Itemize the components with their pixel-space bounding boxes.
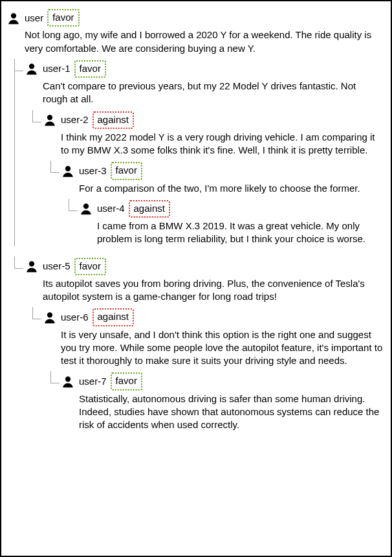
stance-badge: against xyxy=(129,200,170,218)
user-avatar-icon xyxy=(25,259,39,273)
stance-badge: favor xyxy=(74,60,106,78)
user-name: user-1 xyxy=(43,62,71,75)
conversation-frame: user favor Not long ago, my wife and I b… xyxy=(0,0,392,557)
user-name: user xyxy=(25,12,43,25)
user-avatar-icon xyxy=(43,310,57,324)
stance-badge: favor xyxy=(47,9,79,27)
comment-node: user favor Not long ago, my wife and I b… xyxy=(6,8,383,431)
comment-body: It is very unsafe, and I don't think thi… xyxy=(61,328,383,368)
svg-point-0 xyxy=(11,13,16,18)
comment-node: user-5 favor Its autopilot saves you fro… xyxy=(25,256,383,432)
comment-header: user favor xyxy=(6,9,383,27)
user-avatar-icon xyxy=(43,113,57,127)
stance-badge: favor xyxy=(74,258,106,275)
comment-header: user-5 favor xyxy=(25,258,383,275)
stance-badge: against xyxy=(93,308,134,326)
comment-header: user-7 favor xyxy=(61,372,383,390)
comment-body: Its autopilot saves you from boring driv… xyxy=(43,277,383,304)
comment-node: user-2 against I think my 2022 model Y i… xyxy=(43,110,383,246)
user-avatar-icon xyxy=(79,201,93,216)
comment-body: Can't compare to previous years, but my … xyxy=(43,80,383,106)
stance-badge: favor xyxy=(111,162,142,179)
user-name: user-5 xyxy=(43,260,71,273)
comment-body: I think my 2022 model Y is a very rough … xyxy=(61,131,383,157)
user-name: user-3 xyxy=(79,165,107,177)
svg-point-4 xyxy=(83,204,89,209)
user-avatar-icon xyxy=(61,374,75,389)
user-name: user-4 xyxy=(97,202,125,215)
user-name: user-6 xyxy=(61,311,89,324)
comment-body: Not long ago, my wife and I borrowed a 2… xyxy=(25,28,383,55)
user-avatar-icon xyxy=(6,11,21,25)
comment-header: user-2 against xyxy=(43,111,383,129)
svg-point-5 xyxy=(29,261,34,266)
comment-node: user-3 favor For a comparison of the two… xyxy=(61,161,383,245)
user-name: user-2 xyxy=(61,113,89,126)
comment-node: user-1 favor Can't compare to previous y… xyxy=(25,59,383,246)
comment-header: user-3 favor xyxy=(61,162,383,179)
comment-node: user-7 favor Statistically, autonomous d… xyxy=(61,371,383,431)
comment-node: user-6 against It is very unsafe, and I … xyxy=(43,307,383,431)
svg-point-3 xyxy=(65,166,71,171)
stance-badge: against xyxy=(93,111,134,129)
thread-tree: user favor Not long ago, my wife and I b… xyxy=(6,8,383,431)
stance-badge: favor xyxy=(111,372,142,390)
comment-body: For a comparison of the two, I'm more li… xyxy=(79,182,383,195)
comment-body: I came from a BMW X.3 2019. It was a gre… xyxy=(97,220,383,246)
svg-point-2 xyxy=(47,115,52,120)
user-name: user-7 xyxy=(79,375,107,388)
comment-node: user-4 against I came from a BMW X.3 201… xyxy=(79,199,383,246)
comment-body: Statistically, autonomous driving is saf… xyxy=(79,392,383,432)
comment-header: user-6 against xyxy=(43,308,383,326)
comment-header: user-4 against xyxy=(79,200,383,218)
user-avatar-icon xyxy=(25,62,39,76)
user-avatar-icon xyxy=(61,164,75,178)
comment-header: user-1 favor xyxy=(25,60,383,78)
svg-point-1 xyxy=(29,64,34,69)
svg-point-7 xyxy=(65,376,71,381)
svg-point-6 xyxy=(47,312,52,317)
